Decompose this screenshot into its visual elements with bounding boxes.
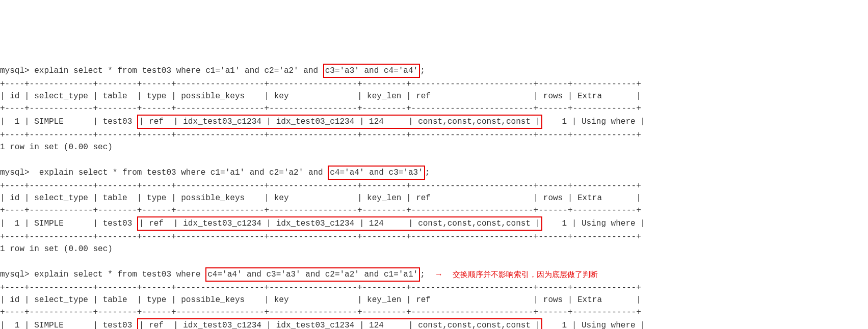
table-row-post: 1 | Using where |	[542, 219, 645, 228]
cmd-text: explain select * from test03 where c1='a…	[30, 168, 328, 177]
prompt: mysql>	[0, 270, 30, 279]
table-row-pre: | 1 | SIMPLE | test03	[0, 117, 137, 126]
table-border: +----+-------------+--------+------+----…	[0, 181, 641, 190]
terminal-output: mysql> explain select * from test03 wher…	[0, 51, 868, 329]
highlight-condition-3: c4='a4' and c3='a3' and c2='a2' and c1='…	[205, 267, 420, 282]
cmd-end: ;	[425, 168, 430, 177]
annotation-text: 交换顺序并不影响索引，因为底层做了判断	[453, 269, 598, 281]
highlight-row-3: | ref | idx_test03_c1234 | idx_test03_c1…	[137, 318, 542, 329]
highlight-condition-1: c3='a3' and c4='a4'	[323, 64, 420, 78]
table-border: +----+-------------+--------+------+----…	[0, 206, 641, 215]
result-footer: 1 row in set (0.00 sec)	[0, 244, 113, 254]
table-border: +----+-------------+--------+------+----…	[0, 283, 641, 292]
arrow-icon: →	[435, 268, 443, 281]
prompt: mysql>	[0, 66, 30, 75]
cmd-text: explain select * from test03 where c1='a…	[30, 66, 323, 75]
table-header: | id | select_type | table | type | poss…	[0, 92, 641, 101]
table-row-post: 1 | Using where |	[542, 321, 645, 329]
table-header: | id | select_type | table | type | poss…	[0, 194, 641, 203]
highlight-row-2: | ref | idx_test03_c1234 | idx_test03_c1…	[137, 216, 542, 231]
cmd-end: ;	[420, 66, 425, 75]
highlight-condition-2: c4='a4' and c3='a3'	[328, 166, 425, 180]
cmd-text: explain select * from test03 where	[30, 270, 206, 279]
result-footer: 1 row in set (0.00 sec)	[0, 143, 113, 152]
table-row-post: 1 | Using where |	[542, 117, 645, 126]
table-header: | id | select_type | table | type | poss…	[0, 295, 641, 305]
highlight-row-1: | ref | idx_test03_c1234 | idx_test03_c1…	[137, 115, 542, 129]
table-border: +----+-------------+--------+------+----…	[0, 130, 641, 140]
table-border: +----+-------------+--------+------+----…	[0, 79, 641, 89]
table-border: +----+-------------+--------+------+----…	[0, 308, 641, 317]
table-border: +----+-------------+--------+------+----…	[0, 232, 641, 241]
table-border: +----+-------------+--------+------+----…	[0, 104, 641, 113]
table-row-pre: | 1 | SIMPLE | test03	[0, 219, 137, 228]
cmd-end: ;	[420, 270, 425, 279]
table-row-pre: | 1 | SIMPLE | test03	[0, 321, 137, 329]
prompt: mysql>	[0, 168, 30, 177]
